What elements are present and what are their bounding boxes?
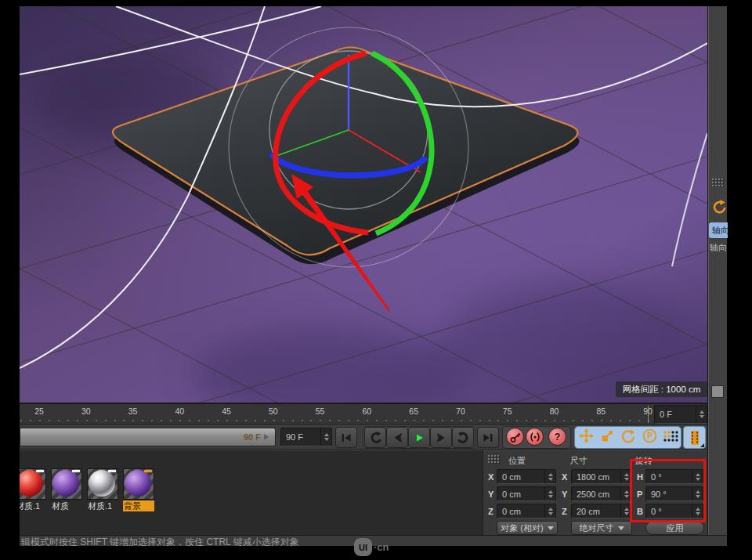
- stepper-icon[interactable]: [544, 504, 555, 518]
- stepper-icon[interactable]: [692, 504, 703, 518]
- autokeying-button[interactable]: [526, 428, 544, 446]
- previous-frame-icon: [391, 432, 404, 444]
- ruler-tick: [20, 420, 22, 421]
- size-mode-dropdown[interactable]: 绝对尺寸: [571, 521, 632, 535]
- ruler-tick: [123, 420, 125, 421]
- stepper-icon[interactable]: [544, 487, 555, 500]
- rotate-tool-icon: [710, 199, 726, 216]
- axis-label: Z: [562, 507, 571, 516]
- ruler-tick: [367, 420, 368, 421]
- panel-grip-icon[interactable]: [488, 455, 501, 464]
- play-button[interactable]: [408, 427, 430, 448]
- ruler-tick: [217, 420, 219, 421]
- stepper-icon[interactable]: [692, 470, 703, 483]
- ruler-tick: [198, 420, 200, 421]
- ruler-tick: [236, 420, 237, 421]
- end-frame-field[interactable]: 0 F: [654, 405, 707, 424]
- ruler-tick: [629, 420, 631, 421]
- rotation-h-field[interactable]: 0 °: [645, 469, 703, 484]
- position-z-field[interactable]: 0 cm: [497, 504, 556, 518]
- record-rotation-toggle[interactable]: [618, 426, 638, 446]
- material-label: 材质: [51, 500, 82, 511]
- timeline-slider[interactable]: 90 F: [20, 428, 276, 446]
- position-x-field[interactable]: 0 cm: [497, 469, 556, 484]
- size-z-field[interactable]: 20 cm: [571, 504, 632, 518]
- ruler-tick: [58, 420, 60, 421]
- record-position-toggle[interactable]: [576, 426, 596, 446]
- ruler-tick: [526, 420, 527, 421]
- ruler-tick: [338, 420, 340, 421]
- goto-start-icon: [340, 432, 352, 444]
- position-mode-dropdown[interactable]: 对象 (相对): [497, 521, 558, 535]
- ruler-tick: [105, 420, 107, 421]
- previous-key-button[interactable]: [364, 427, 386, 448]
- rotation-b-field[interactable]: 0 °: [645, 504, 703, 518]
- c4d-screenshot: 网格间距 : 1000 cm 轴向 轴向 2530354045505560657…: [0, 0, 752, 560]
- scale-icon: [600, 429, 614, 443]
- material-manager[interactable]: 材质.1材质材质.1背景: [20, 450, 483, 535]
- material-thumbnail[interactable]: [51, 468, 82, 500]
- size-x-field[interactable]: 1800 cm: [571, 469, 632, 484]
- 3d-viewport[interactable]: 网格间距 : 1000 cm: [20, 6, 707, 403]
- record-parameter-toggle[interactable]: P: [639, 426, 660, 446]
- stepper-icon[interactable]: [620, 504, 631, 518]
- position-y-field[interactable]: 0 cm: [497, 486, 556, 501]
- size-y-field[interactable]: 2500 cm: [571, 486, 632, 501]
- ruler-tick: [423, 420, 425, 421]
- material-item[interactable]: 背景: [123, 468, 154, 511]
- timeline-ruler[interactable]: 2530354045505560657075808590: [20, 403, 707, 425]
- material-item[interactable]: 材质: [51, 468, 82, 511]
- ruler-tick: [535, 420, 537, 421]
- material-list: 材质.1材质材质.1背景: [20, 468, 159, 511]
- stepper-icon[interactable]: [620, 487, 631, 500]
- material-thumbnail[interactable]: [20, 468, 46, 500]
- ruler-frame-label: 85: [596, 406, 606, 416]
- ruler-tick: [151, 420, 153, 421]
- material-sphere-preview: [125, 470, 151, 497]
- stepper-icon[interactable]: [696, 406, 707, 423]
- position-row: Y0 cm: [488, 486, 556, 501]
- next-frame-button[interactable]: [430, 427, 452, 448]
- ruler-tick: [414, 420, 415, 421]
- next-key-button[interactable]: [452, 427, 474, 448]
- material-item[interactable]: 材质.1: [87, 468, 118, 511]
- record-keyframe-button[interactable]: [506, 428, 524, 446]
- ruler-frame-label: 35: [128, 406, 138, 416]
- panel-icon[interactable]: [711, 385, 724, 398]
- stepper-icon[interactable]: [320, 428, 331, 446]
- rotation-p-field[interactable]: 90 °: [645, 486, 703, 501]
- goto-end-icon: [482, 432, 494, 444]
- goto-start-button[interactable]: [335, 427, 357, 448]
- material-thumbnail[interactable]: [87, 468, 118, 500]
- ruler-tick: [395, 420, 396, 421]
- ruler-tick: [255, 420, 256, 421]
- field-value: 0 °: [646, 472, 692, 482]
- axis-label: Y: [562, 490, 571, 499]
- material-thumbnail[interactable]: [123, 468, 154, 500]
- stepper-icon[interactable]: [544, 470, 555, 483]
- record-scale-toggle[interactable]: [597, 426, 617, 446]
- ruler-tick: [470, 420, 472, 421]
- tab-axis[interactable]: 轴向: [709, 222, 728, 238]
- play-icon: [413, 432, 425, 444]
- stepper-icon[interactable]: [620, 470, 631, 483]
- panel-grip-icon[interactable]: [712, 179, 725, 188]
- goto-end-button[interactable]: [477, 427, 499, 448]
- previous-frame-button[interactable]: [386, 427, 408, 448]
- ruler-tick: [273, 420, 275, 421]
- apply-button[interactable]: 应用: [645, 521, 704, 535]
- axis-section-label: 轴向: [710, 241, 728, 254]
- keyframe-help-button[interactable]: ?: [548, 428, 566, 446]
- stepper-icon[interactable]: [692, 487, 703, 500]
- record-pla-toggle[interactable]: [660, 426, 681, 446]
- playhead-marker[interactable]: [648, 406, 649, 423]
- current-frame-field[interactable]: 90 F: [280, 428, 332, 446]
- material-item[interactable]: 材质.1: [20, 468, 46, 511]
- next-key-icon: [457, 432, 470, 444]
- ruler-tick: [39, 420, 41, 421]
- ruler-tick: [601, 420, 602, 421]
- animation-palette-button[interactable]: [683, 426, 706, 449]
- ruler-tick: [96, 420, 97, 421]
- ruler-frame-label: 30: [81, 406, 91, 416]
- ruler-tick: [620, 420, 621, 421]
